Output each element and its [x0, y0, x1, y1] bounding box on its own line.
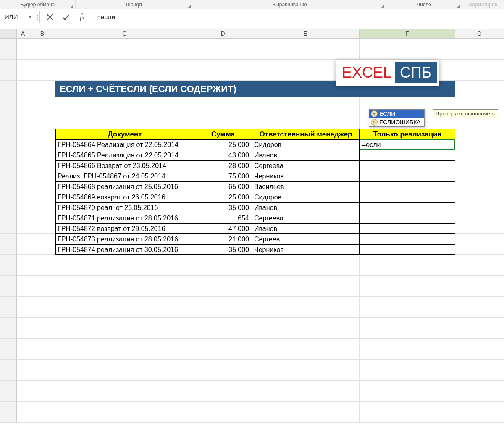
cell[interactable]	[360, 171, 455, 181]
ribbon-group-clipboard: Буфер обмена ◢	[0, 0, 76, 9]
cell-document[interactable]: ГРН-054874 реализация от 30.05.2016	[55, 244, 194, 255]
dialog-launcher-icon[interactable]: ◢	[457, 4, 460, 8]
column-headers: A B C D E F G	[0, 29, 504, 39]
col-header-A[interactable]: A	[17, 29, 29, 38]
cell-manager[interactable]: Сергеева	[252, 160, 360, 171]
cell-document[interactable]: ГРН-054870 реал. от 26.05.2016	[55, 202, 194, 213]
formula-bar: ИЛИ ▼ ⋮ fx	[0, 9, 504, 25]
table-row: ГРН-054869 возврат от 26.05.2016 25 000 …	[0, 192, 504, 202]
cell-manager[interactable]: Сергеев	[252, 234, 360, 244]
cell-manager[interactable]: Черников	[252, 171, 360, 181]
formula-bar-buttons: fx	[39, 11, 92, 23]
fx-icon[interactable]: fx	[78, 13, 86, 21]
table-row: ГРН-054871 реализация от 28.05.2016 654 …	[0, 213, 504, 223]
cell-sum[interactable]: 47 000	[194, 223, 252, 234]
select-all-corner[interactable]	[0, 29, 17, 38]
function-icon: fx	[371, 119, 378, 126]
dialog-launcher-icon[interactable]: ◢	[381, 4, 384, 8]
cell[interactable]	[360, 150, 455, 160]
table-row: ГРН-054874 реализация от 30.05.2016 35 0…	[0, 244, 504, 255]
cancel-icon[interactable]	[46, 13, 54, 21]
cell-document[interactable]: ГРН-054865 Реализация от 22.05.2014	[55, 150, 194, 160]
cell-manager[interactable]: Сергеева	[252, 213, 360, 223]
cell-sum[interactable]: 25 000	[194, 139, 252, 150]
cell-manager[interactable]: Черников	[252, 244, 360, 255]
col-header-G[interactable]: G	[455, 29, 504, 38]
ribbon-group-font: Шрифт ◢	[76, 0, 193, 9]
table-row: ГРН-054868 реализация от 25.05.2016 65 0…	[0, 181, 504, 192]
spreadsheet-grid[interactable]: ЕСЛИ + СЧЁТЕСЛИ (ЕСЛИ СОДЕРЖИТ) EXCEL СП…	[0, 39, 504, 423]
th-document: Документ	[55, 129, 194, 139]
ribbon-group-number: Число ◢	[386, 0, 462, 9]
autocomplete-item[interactable]: fx ЕСЛИ	[369, 110, 424, 118]
ribbon-group-label: Выравнивание	[272, 2, 307, 8]
cell-sum[interactable]: 43 000	[194, 150, 252, 160]
cell-sum[interactable]: 654	[194, 213, 252, 223]
cell-document[interactable]: ГРН-054864 Реализация от 22.05.2014	[55, 139, 194, 150]
cell-manager[interactable]: Иванов	[252, 223, 360, 234]
cell[interactable]	[360, 202, 455, 213]
cell-sum[interactable]: 65 000	[194, 181, 252, 192]
table-row: ГРН-054865 Реализация от 22.05.2014 43 0…	[0, 150, 504, 160]
autocomplete-item[interactable]: fx ЕСЛИОШИБКА	[369, 118, 424, 126]
cell-document[interactable]: ГРН-054871 реализация от 28.05.2016	[55, 213, 194, 223]
cell-sum[interactable]: 75 000	[194, 171, 252, 181]
ribbon-group-alignment: Выравнивание ◢	[193, 0, 386, 9]
table-row: ГРН-054873 реализация от 28.05.2016 21 0…	[0, 234, 504, 244]
formula-input[interactable]	[92, 11, 502, 23]
cell[interactable]	[360, 181, 455, 192]
cell[interactable]	[360, 223, 455, 234]
cell[interactable]	[360, 244, 455, 255]
ribbon-group-label: Шрифт	[126, 2, 142, 8]
cell-document[interactable]: ГРН-054873 реализация от 28.05.2016	[55, 234, 194, 244]
cell-sum[interactable]: 35 000	[194, 244, 252, 255]
cell-document[interactable]: ГРН-054869 возврат от 26.05.2016	[55, 192, 194, 202]
cell-sum[interactable]: 25 000	[194, 192, 252, 202]
ribbon-group-bar: Буфер обмена ◢ Шрифт ◢ Выравнивание ◢ Чи…	[0, 0, 504, 9]
th-realization: Только реализация	[360, 129, 455, 139]
logo-overlay: EXCEL СПБ	[336, 60, 439, 86]
cell-manager[interactable]: Иванов	[252, 202, 360, 213]
active-cell[interactable]: =если	[360, 139, 455, 150]
cell-sum[interactable]: 35 000	[194, 202, 252, 213]
col-header-E[interactable]: E	[252, 29, 360, 38]
table-row: ГРН-054870 реал. от 26.05.2016 35 000 Ив…	[0, 202, 504, 213]
cell-sum[interactable]: 21 000	[194, 234, 252, 244]
logo-text-excel: EXCEL	[339, 64, 395, 81]
formula-autocomplete-popup: fx ЕСЛИ fx ЕСЛИОШИБКА	[369, 109, 425, 127]
th-manager: Ответственный менеджер	[252, 129, 360, 139]
cell-document[interactable]: Реализ. ГРН-054867 от 24.05.2014	[55, 171, 194, 181]
ribbon-group-label: Форматиров	[468, 2, 497, 8]
col-header-F[interactable]: F	[360, 29, 455, 38]
cell-sum[interactable]: 28 000	[194, 160, 252, 171]
cell[interactable]	[360, 160, 455, 171]
cell-manager[interactable]: Сидоров	[252, 139, 360, 150]
ribbon-group-label: Буфер обмена	[21, 2, 55, 8]
table-row: ГРН-054864 Реализация от 22.05.2014 25 0…	[0, 139, 504, 150]
cell-manager[interactable]: Сидоров	[252, 192, 360, 202]
cell-manager[interactable]: Васильев	[252, 181, 360, 192]
cell-manager[interactable]: Иванов	[252, 150, 360, 160]
cell[interactable]	[360, 213, 455, 223]
cell[interactable]	[360, 192, 455, 202]
table-header-row: Документ Сумма Ответственный менеджер То…	[0, 129, 504, 139]
col-header-B[interactable]: B	[29, 29, 55, 38]
name-box-dropdown-icon[interactable]: ▼	[28, 15, 32, 19]
autocomplete-item-label: ЕСЛИ	[379, 110, 395, 117]
cell-document[interactable]: ГРН-054868 реализация от 25.05.2016	[55, 181, 194, 192]
dialog-launcher-icon[interactable]: ◢	[188, 4, 191, 8]
enter-icon[interactable]	[62, 13, 70, 21]
logo-text-spb: СПБ	[395, 62, 437, 83]
col-header-D[interactable]: D	[194, 29, 252, 38]
name-box[interactable]: ИЛИ ▼	[2, 11, 35, 23]
ribbon-group-formatting: Форматиров	[462, 0, 504, 9]
table-row: ГРН-054866 Возврат от 23.05.2014 28 000 …	[0, 160, 504, 171]
cell-document[interactable]: ГРН-054866 Возврат от 23.05.2014	[55, 160, 194, 171]
cell-document[interactable]: ГРН-054872 возврат от 29.05.2016	[55, 223, 194, 234]
cell[interactable]	[360, 234, 455, 244]
autocomplete-item-label: ЕСЛИОШИБКА	[379, 119, 421, 126]
separator: ⋮	[35, 9, 39, 25]
col-header-C[interactable]: C	[55, 29, 194, 38]
th-sum: Сумма	[194, 129, 252, 139]
dialog-launcher-icon[interactable]: ◢	[71, 4, 74, 8]
